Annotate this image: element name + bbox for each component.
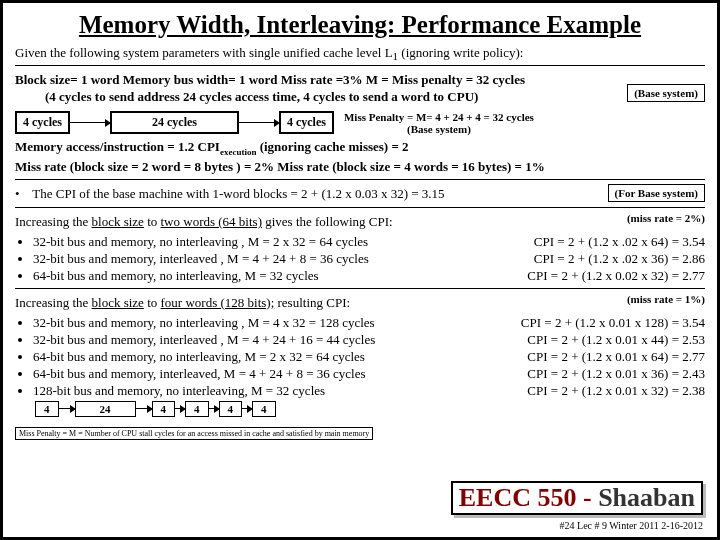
increase-128-line: Increasing the block size to four words … — [15, 295, 350, 311]
base-system-note: (Base system) — [344, 123, 534, 135]
cycle-box-4b: 4 cycles — [279, 111, 334, 134]
list-item: 64-bit bus and memory, no interleaving, … — [33, 349, 705, 365]
params-line1: Block size= 1 word Memory bus width= 1 w… — [15, 72, 525, 88]
list-item: 32-bit bus and memory, no interleaving ,… — [33, 315, 705, 331]
miss-rate-2: (miss rate = 2%) — [627, 212, 705, 224]
footnote: Miss Penalty = M = Number of CPU stall c… — [15, 427, 373, 440]
list-item: 32-bit bus and memory, interleaved , M =… — [33, 251, 705, 267]
params-line2: (4 cycles to send address 24 cycles acce… — [15, 89, 525, 105]
pipeline-row: 4 cycles 24 cycles 4 cycles Miss Penalty… — [15, 111, 705, 135]
pipeline-row-small: 4 24 4 4 4 4 — [35, 401, 705, 417]
given-text: Given the following system parameters wi… — [15, 45, 705, 61]
miss-penalty-eq: Miss Penalty = M= 4 + 24 + 4 = 32 cycles — [344, 111, 534, 123]
for-base-badge: (For Base system) — [608, 184, 706, 202]
cpi-base-line: • The CPI of the base machine with 1-wor… — [15, 186, 445, 202]
list-item: 64-bit bus and memory, interleaved, M = … — [33, 366, 705, 382]
list-item: 64-bit bus and memory, no interleaving, … — [33, 268, 705, 284]
miss-rate-line: Miss rate (block size = 2 word = 8 bytes… — [15, 159, 705, 175]
list-64bit: 32-bit bus and memory, no interleaving ,… — [15, 234, 705, 284]
slide-title: Memory Width, Interleaving: Performance … — [15, 11, 705, 39]
increase-64-line: Increasing the block size to two words (… — [15, 214, 393, 230]
list-128bit: 32-bit bus and memory, no interleaving ,… — [15, 315, 705, 399]
list-item: 128-bit bus and memory, no interleaving,… — [33, 383, 705, 399]
cycle-box-4a: 4 cycles — [15, 111, 70, 134]
course-badge: EECC 550 - Shaaban — [451, 481, 703, 515]
list-item: 32-bit bus and memory, no interleaving ,… — [33, 234, 705, 250]
mem-access-line: Memory access/instruction = 1.2 CPIexecu… — [15, 139, 705, 157]
list-item: 32-bit bus and memory, interleaved , M =… — [33, 332, 705, 348]
lecture-stamp: #24 Lec # 9 Winter 2011 2-16-2012 — [560, 520, 703, 531]
cycle-box-24: 24 cycles — [110, 111, 239, 134]
miss-rate-1: (miss rate = 1%) — [627, 293, 705, 305]
base-system-badge: (Base system) — [627, 84, 705, 102]
